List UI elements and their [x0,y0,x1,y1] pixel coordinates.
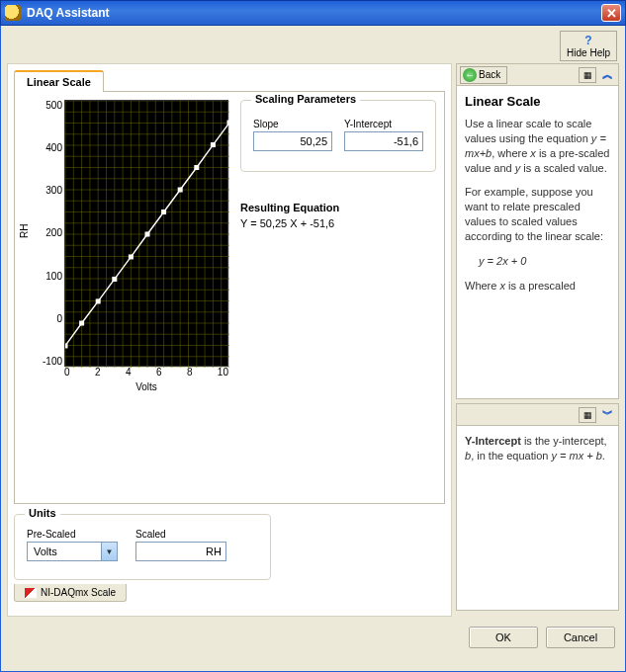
ni-icon [25,588,37,598]
y-intercept-label: Y-Intercept [344,119,423,129]
back-button[interactable]: ← Back [460,66,507,84]
prescaled-select[interactable]: Volts ▼ [27,542,118,561]
help-icon: ? [584,34,591,47]
help-grid-icon[interactable]: ▦ [579,67,596,83]
help-p1: Use a linear scale to scale values using… [465,117,612,175]
back-arrow-icon: ← [463,68,477,82]
main-panel: Linear Scale RH 5004003002001000-100 [7,63,452,617]
resulting-equation: Resulting Equation Y = 50,25 X + -51,6 [240,202,436,229]
tab-linear-scale[interactable]: Linear Scale [14,70,104,92]
units-group: Units Pre-Scaled Volts ▼ Scaled [14,514,271,580]
slope-input[interactable] [253,131,332,151]
svg-rect-55 [211,142,216,147]
top-toolbar: ? Hide Help [3,28,623,63]
cancel-button[interactable]: Cancel [546,627,615,648]
x-axis-ticks: 0246810 [64,367,228,378]
svg-rect-51 [145,232,150,237]
help-grid-icon-2[interactable]: ▦ [579,407,596,423]
expand-down-icon[interactable]: ︾ [600,407,615,422]
collapse-up-icon[interactable]: ︽ [600,67,615,82]
prescaled-label: Pre-Scaled [27,529,118,540]
help-content-top[interactable]: Linear Scale Use a linear scale to scale… [457,86,618,398]
scaled-input[interactable] [135,542,226,561]
help-yint-text: Y-Intercept is the y-intercept, b, in th… [465,434,612,463]
svg-rect-50 [129,254,134,259]
svg-rect-46 [65,343,68,348]
equation-title: Resulting Equation [240,202,436,213]
plot [64,100,228,367]
x-axis-label: Volts [64,381,228,392]
svg-rect-47 [79,321,84,326]
ok-button[interactable]: OK [469,627,538,648]
chart-area: RH 5004003002001000-100 0246810 Volts [23,100,230,495]
svg-rect-56 [227,121,230,126]
help-toolbar-bottom: ▦ ︾ [457,404,618,426]
help-toolbar-top: ← Back ▦ ︽ [457,64,618,86]
y-axis-ticks: 5004003002001000-100 [37,100,64,367]
units-legend: Units [25,507,60,519]
help-p2: For example, suppose you want to relate … [465,185,612,243]
help-title: Linear Scale [465,94,612,109]
svg-rect-54 [194,165,199,170]
window-title: DAQ Assistant [27,6,110,20]
close-button[interactable]: ✕ [601,4,621,22]
chevron-down-icon: ▼ [101,543,117,560]
scaling-parameters-group: Scaling Parameters Slope Y-Intercept [240,100,436,172]
scaling-parameters-legend: Scaling Parameters [251,93,360,105]
hide-help-button[interactable]: ? Hide Help [560,31,617,61]
y-axis-label: RH [23,100,37,367]
scaled-label: Scaled [135,529,226,540]
button-bar: OK Cancel [3,617,623,648]
help-content-bottom[interactable]: Y-Intercept is the y-intercept, b, in th… [457,426,618,610]
help-eq: y = 2x + 0 [479,254,612,269]
close-icon: ✕ [606,6,617,21]
y-intercept-input[interactable] [344,131,423,151]
equation-text: Y = 50,25 X + -51,6 [240,217,436,229]
slope-label: Slope [253,119,332,129]
tab-content: RH 5004003002001000-100 0246810 Volts Sc… [14,91,445,504]
app-icon [5,5,21,21]
svg-rect-52 [161,210,166,214]
window-body: ? Hide Help Linear Scale RH 50040030020 [0,26,626,672]
title-bar: DAQ Assistant ✕ [0,0,626,26]
ni-daqmx-tab[interactable]: NI-DAQmx Scale [14,584,127,602]
help-panel-top: ← Back ▦ ︽ Linear Scale Use a linear sca… [456,63,619,399]
hide-help-label: Hide Help [567,47,610,58]
svg-rect-49 [112,277,117,282]
svg-rect-53 [178,188,183,193]
svg-rect-48 [96,298,101,303]
help-panel-bottom: ▦ ︾ Y-Intercept is the y-intercept, b, i… [456,403,619,611]
help-p3: Where x is a prescaled [465,279,612,294]
